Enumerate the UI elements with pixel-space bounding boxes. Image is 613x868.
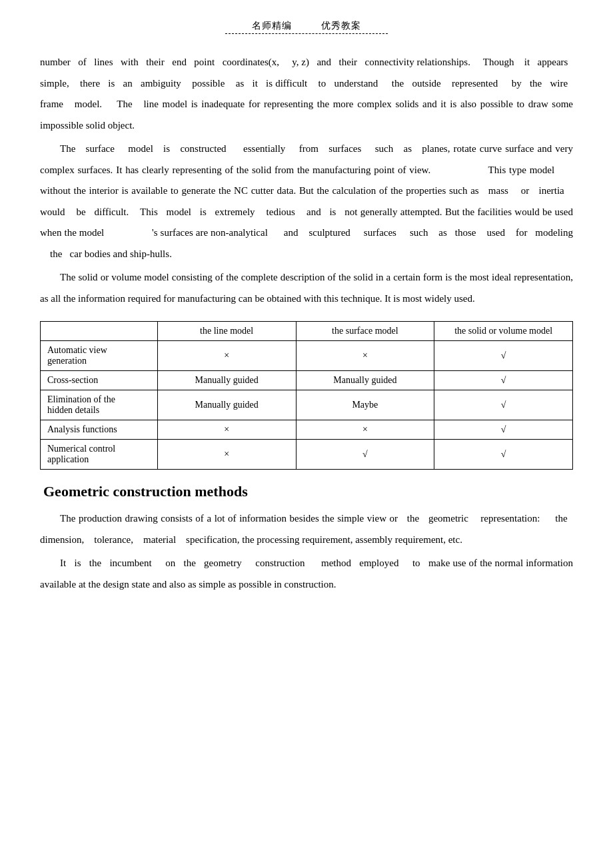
table-cell-surface-3: Maybe xyxy=(296,390,434,420)
paragraph-5: It is the incumbent on the geometry cons… xyxy=(40,553,573,595)
table-cell-solid-5: √ xyxy=(434,440,573,470)
table-header-line: the line model xyxy=(157,322,296,341)
paragraph-1: number of lines with their end point coo… xyxy=(40,52,573,136)
table-header-row: the line model the surface model the sol… xyxy=(41,322,573,341)
table-cell-solid-2: √ xyxy=(434,371,573,390)
header-left: 名师精编 xyxy=(252,20,292,32)
paragraph-3: The solid or volume model consisting of … xyxy=(40,267,573,309)
table-row: Analysis functions × × √ xyxy=(41,420,573,440)
table-row: Numerical controlapplication × √ √ xyxy=(41,440,573,470)
table-cell-solid-4: √ xyxy=(434,420,573,440)
table-header-solid: the solid or volume model xyxy=(434,322,573,341)
table-header-surface: the surface model xyxy=(296,322,434,341)
main-content: number of lines with their end point coo… xyxy=(40,52,573,595)
paragraph-2: The surface model is constructed essenti… xyxy=(40,139,573,264)
table-cell-label-3: Elimination of thehidden details xyxy=(41,390,158,420)
section-heading: Geometric construction methods xyxy=(40,483,573,500)
table-cell-surface-5: √ xyxy=(296,440,434,470)
table-cell-surface-2: Manually guided xyxy=(296,371,434,390)
table-row: Cross-section Manually guided Manually g… xyxy=(41,371,573,390)
table-cell-label-4: Analysis functions xyxy=(41,420,158,440)
paragraph-4: The production drawing consists of a lot… xyxy=(40,508,573,550)
table-cell-line-4: × xyxy=(157,420,296,440)
comparison-table: the line model the surface model the sol… xyxy=(40,321,573,470)
header-right: 优秀教案 xyxy=(321,20,361,32)
table-cell-line-2: Manually guided xyxy=(157,371,296,390)
table-cell-label-5: Numerical controlapplication xyxy=(41,440,158,470)
table-cell-label-2: Cross-section xyxy=(41,371,158,390)
table-row: Elimination of thehidden details Manuall… xyxy=(41,390,573,420)
table-header-empty xyxy=(41,322,158,341)
header: 名师精编 优秀教案 xyxy=(40,20,573,32)
table-cell-line-5: × xyxy=(157,440,296,470)
table-cell-line-1: × xyxy=(157,341,296,371)
table-cell-line-3: Manually guided xyxy=(157,390,296,420)
table-cell-solid-3: √ xyxy=(434,390,573,420)
table-row: Automatic viewgeneration × × √ xyxy=(41,341,573,371)
table-cell-label-1: Automatic viewgeneration xyxy=(41,341,158,371)
table-cell-solid-1: √ xyxy=(434,341,573,371)
table-cell-surface-1: × xyxy=(296,341,434,371)
table-cell-surface-4: × xyxy=(296,420,434,440)
